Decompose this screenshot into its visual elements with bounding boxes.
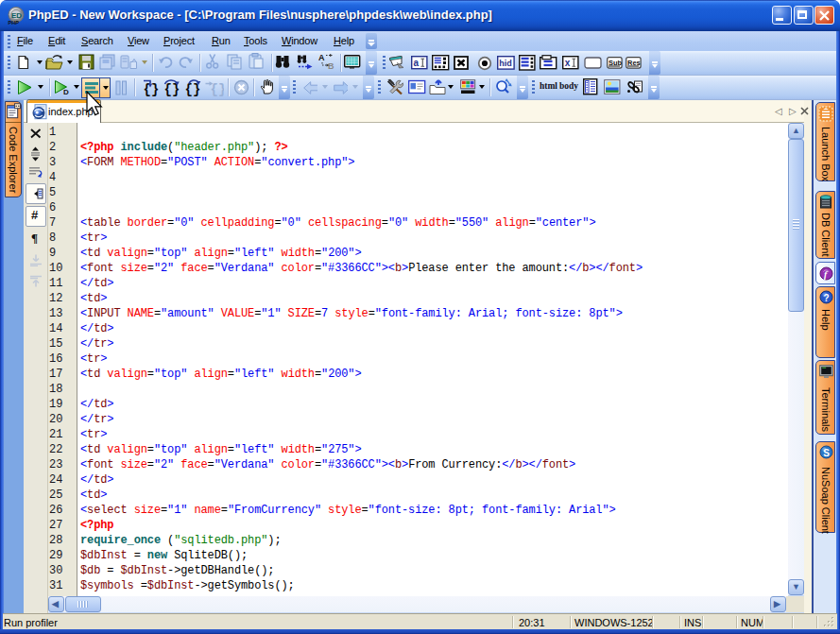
svg-text:S: S <box>823 448 830 458</box>
svg-text:hid: hid <box>499 59 512 68</box>
svg-text:{}: {} <box>211 82 225 97</box>
svg-text:D: D <box>63 88 69 96</box>
svg-text:a: a <box>414 58 420 68</box>
svg-text:B: B <box>328 61 334 70</box>
svg-text:A: A <box>318 53 325 62</box>
svg-text:?: ? <box>824 293 830 303</box>
svg-text:PHP: PHP <box>9 20 20 26</box>
svg-text:ED: ED <box>11 11 22 20</box>
svg-text:x: x <box>565 58 571 68</box>
